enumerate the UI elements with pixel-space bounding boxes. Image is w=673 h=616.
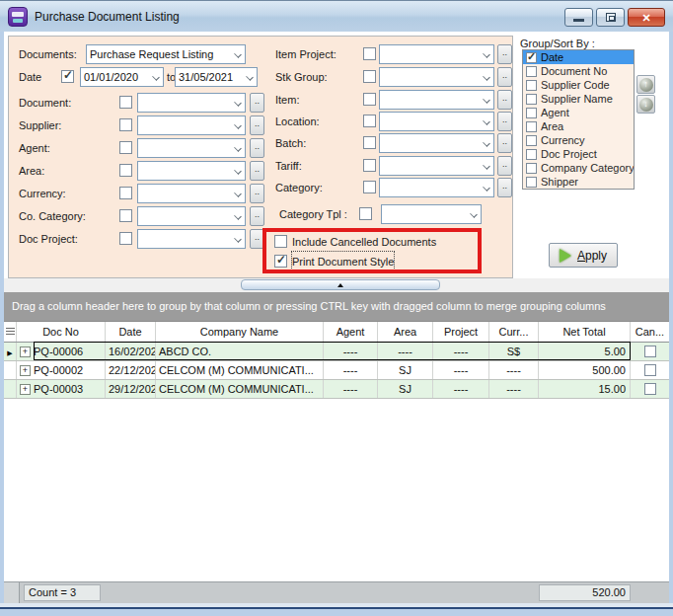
group-sort-checkbox[interactable] [526,163,537,174]
tariff-checkbox[interactable] [363,159,376,172]
column-header-area[interactable]: Area [378,322,433,342]
browse-button[interactable]: .. [497,67,512,87]
group-sort-item-supplier-code[interactable]: Supplier Code [523,78,634,92]
move-down-button[interactable]: ↓ [636,95,655,114]
group-sort-item-area[interactable]: Area [523,119,634,133]
column-header-net-total[interactable]: Net Total [539,322,631,342]
arrow-up-icon: ↑ [639,78,653,92]
print-document-style-checkbox[interactable] [274,255,287,268]
expand-row-icon[interactable] [20,365,31,376]
chevron-down-icon [483,184,490,192]
table-row[interactable]: PQ-00002 22/12/2020 CELCOM (M) COMMUNICA… [4,361,669,380]
stk-group-select[interactable] [379,67,494,87]
minimize-icon [573,19,584,22]
group-sort-item-date[interactable]: Date [523,50,634,64]
close-button[interactable] [628,8,665,27]
group-sort-checkbox[interactable] [526,80,537,91]
title-bar[interactable]: Purchase Document Listing [0,0,673,32]
apply-button[interactable]: Apply [549,243,618,268]
currency-cell: ---- [489,380,539,398]
move-up-button[interactable]: ↑ [636,75,655,94]
batch-checkbox[interactable] [363,136,376,149]
category-tpl-checkbox[interactable] [359,207,372,220]
group-sort-item-document-no[interactable]: Document No [523,64,634,78]
column-chooser-icon [6,328,15,337]
item-checkbox[interactable] [363,93,376,106]
group-sort-item-currency[interactable]: Currency [523,133,634,147]
group-sort-item-shipper[interactable]: Shipper [523,175,634,189]
stk-group-label: Stk Group: [275,67,328,87]
column-header-doc-no[interactable]: Doc No [17,322,106,342]
window-border-bottom [0,609,673,616]
group-sort-checkbox[interactable] [526,66,537,77]
category-checkbox[interactable] [363,181,376,193]
close-icon [641,8,650,26]
expand-row-icon[interactable] [20,384,31,395]
row-count-summary: Count = 3 [24,584,101,601]
column-header-cancelled[interactable]: Can... [631,322,669,342]
group-sort-item-supplier-name[interactable]: Supplier Name [523,92,634,106]
group-sort-checkbox[interactable] [526,121,537,132]
group-sort-item-agent[interactable]: Agent [523,106,634,119]
filter-row-batch: Batch: .. [9,133,512,153]
date-cell: 16/02/2020 [106,343,156,360]
group-sort-item-company-category[interactable]: Company Category [523,161,634,175]
filter-row-location: Location: .. [9,112,512,131]
cancelled-checkbox[interactable] [644,364,656,376]
date-cell: 22/12/2020 [106,361,156,379]
arrow-down-icon: ↓ [639,98,653,112]
column-header-currency[interactable]: Curr... [489,322,539,342]
group-sort-item-doc-project[interactable]: Doc Project [523,147,634,161]
item-select[interactable] [379,90,494,110]
filter-row-category: Category: .. [9,178,512,197]
group-sort-checkbox[interactable] [526,135,537,146]
location-checkbox[interactable] [363,115,376,127]
batch-select[interactable] [379,133,494,153]
current-row-indicator-icon [7,346,12,357]
group-by-drop-panel[interactable]: Drag a column header here to group by th… [4,292,669,322]
agent-cell: ---- [324,361,378,379]
column-header-company-name[interactable]: Company Name [156,322,324,342]
browse-button[interactable]: .. [497,156,512,176]
table-row[interactable]: PQ-00003 29/12/2020 CELCOM (M) COMMUNICA… [4,380,669,399]
include-cancelled-checkbox[interactable] [274,235,287,248]
filter-row-tariff: Tariff: .. [9,156,512,176]
group-sort-checkbox[interactable] [526,149,537,160]
maximize-button[interactable] [596,8,625,27]
group-sort-checkbox[interactable] [526,94,537,105]
browse-button[interactable]: .. [497,90,512,110]
group-sort-checkbox[interactable] [526,52,537,63]
expand-row-icon[interactable] [20,346,31,357]
net-total-cell: 15.00 [539,380,631,398]
print-document-style-label[interactable]: Print Document Style [292,252,394,271]
column-header-agent[interactable]: Agent [324,322,378,342]
stk-group-checkbox[interactable] [363,70,376,83]
chevron-down-icon [483,50,490,58]
column-header-project[interactable]: Project [433,322,489,342]
cancelled-checkbox[interactable] [644,383,656,395]
column-header-date[interactable]: Date [106,322,156,342]
item-project-checkbox[interactable] [363,47,376,60]
tariff-select[interactable] [379,156,494,176]
category-tpl-select[interactable] [381,204,482,224]
browse-button[interactable]: .. [497,178,512,197]
browse-button[interactable]: .. [497,112,512,131]
item-project-select[interactable] [379,44,494,64]
net-total-cell: 5.00 [539,343,631,360]
group-sort-list[interactable]: Date Document No Supplier Code Supplier … [522,49,635,190]
category-select[interactable] [379,178,494,197]
grid-footer: Count = 3 520.00 [4,581,669,603]
project-cell: ---- [433,361,489,379]
panel-collapse-splitter[interactable] [241,279,440,290]
area-cell: SJ [378,380,433,398]
location-select[interactable] [379,112,494,131]
browse-button[interactable]: .. [497,44,512,64]
browse-button[interactable]: .. [497,133,512,153]
cancelled-checkbox[interactable] [644,346,656,357]
minimize-button[interactable] [564,8,593,27]
group-sort-checkbox[interactable] [526,108,537,118]
include-cancelled-label[interactable]: Include Cancelled Documents [292,232,436,252]
group-sort-checkbox[interactable] [526,177,537,188]
table-row[interactable]: PQ-00006 16/02/2020 ABCD CO. ---- ---- -… [4,343,669,361]
grid-corner-cell[interactable] [4,322,17,342]
